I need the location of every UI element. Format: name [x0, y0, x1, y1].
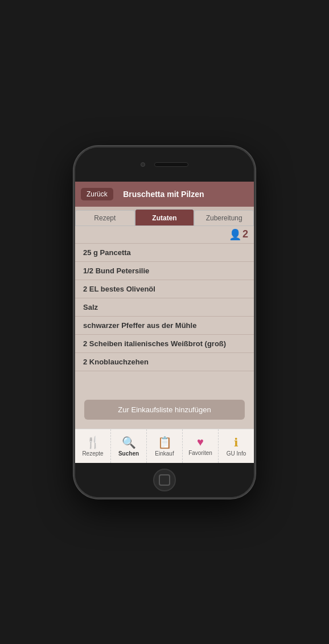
nav-label-favoriten: Favoriten — [188, 450, 212, 456]
back-button[interactable]: Zurück — [81, 188, 113, 200]
phone-bottom — [75, 463, 254, 497]
bottom-nav: 🍴 Rezepte 🔍 Suchen 📋 Einkauf ♥ Favoriten… — [75, 429, 254, 463]
speaker — [154, 162, 188, 167]
nav-label-rezepte: Rezepte — [82, 450, 103, 457]
nav-label-einkauf: Einkauf — [155, 450, 174, 457]
nav-item-suchen[interactable]: 🔍 Suchen — [111, 429, 147, 463]
nav-item-rezepte[interactable]: 🍴 Rezepte — [75, 429, 111, 463]
header-title: Bruschetta mit Pilzen — [113, 190, 214, 199]
phone-screen: Zurück Bruschetta mit Pilzen Rezept Zuta… — [75, 182, 254, 463]
ingredient-item: 1/2 Bund Petersilie — [75, 262, 254, 280]
tab-rezept[interactable]: Rezept — [75, 210, 135, 225]
ingredient-item: schwarzer Pfeffer aus der Mühle — [75, 317, 254, 335]
phone-top — [75, 147, 254, 182]
tab-zubereitung[interactable]: Zubereitung — [194, 210, 254, 225]
ingredient-item: 2 EL bestes Olivenöl — [75, 280, 254, 298]
shopping-btn-area: Zur Einkaufsliste hinzufügen — [75, 394, 254, 429]
header: Zurück Bruschetta mit Pilzen — [75, 182, 254, 207]
camera-icon — [141, 162, 145, 167]
phone-frame: Zurück Bruschetta mit Pilzen Rezept Zuta… — [73, 146, 256, 499]
ingredients-list: 25 g Pancetta 1/2 Bund Petersilie 2 EL b… — [75, 243, 254, 394]
nav-label-gu-info: GU Info — [227, 450, 246, 457]
serving-count: 2 — [242, 228, 248, 240]
suchen-icon: 🔍 — [122, 436, 136, 449]
ingredient-item: 2 Knoblauchzehen — [75, 353, 254, 371]
ingredient-item: 2 Scheiben italienisches Weißbrot (groß) — [75, 335, 254, 353]
home-button[interactable] — [153, 469, 176, 491]
add-to-shopping-list-button[interactable]: Zur Einkaufsliste hinzufügen — [84, 400, 245, 420]
nav-label-suchen: Suchen — [118, 450, 139, 457]
ingredient-item: Salz — [75, 298, 254, 317]
serving-row: 👤 2 — [75, 226, 254, 243]
nav-item-einkauf[interactable]: 📋 Einkauf — [147, 429, 183, 463]
ingredient-item: 25 g Pancetta — [75, 243, 254, 262]
gu-info-icon: ℹ — [234, 436, 238, 449]
nav-item-favoriten[interactable]: ♥ Favoriten — [183, 429, 219, 463]
nav-item-gu-info[interactable]: ℹ GU Info — [219, 429, 254, 463]
serving-icon: 👤 — [229, 228, 241, 241]
favoriten-icon: ♥ — [197, 436, 204, 449]
tab-zutaten[interactable]: Zutaten — [135, 209, 195, 225]
tab-bar: Rezept Zutaten Zubereitung — [75, 207, 254, 226]
home-button-inner — [159, 474, 170, 486]
einkauf-icon: 📋 — [158, 436, 172, 449]
rezepte-icon: 🍴 — [86, 436, 100, 449]
